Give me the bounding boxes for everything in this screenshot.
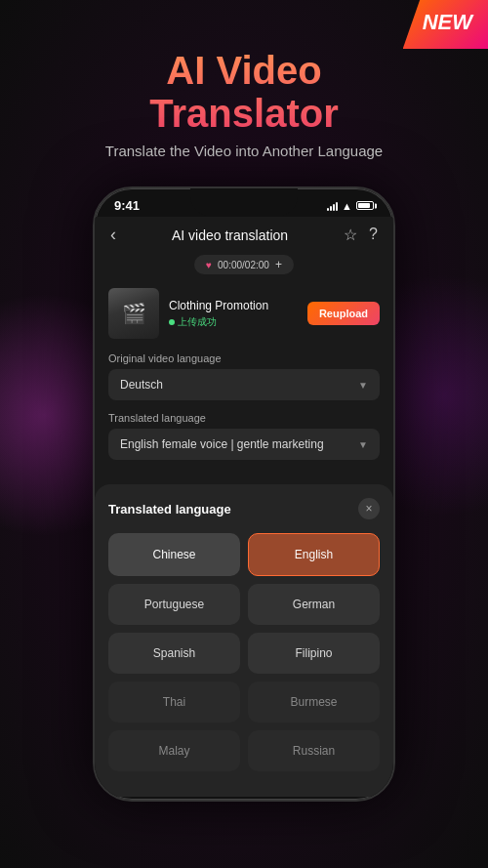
original-lang-select[interactable]: Deutsch ▼ bbox=[108, 369, 380, 400]
phone-mockup: 9:41 ▲ ‹ AI video translation bbox=[93, 186, 395, 802]
status-time: 9:41 bbox=[114, 198, 140, 213]
original-lang-value: Deutsch bbox=[120, 378, 163, 392]
progress-text: 00:00/02:00 bbox=[218, 260, 269, 270]
heart-icon: ♥ bbox=[206, 260, 212, 270]
language-grid: Chinese English Portuguese German Spanis… bbox=[108, 533, 380, 771]
translated-lang-value: English female voice | gentle marketing bbox=[120, 437, 324, 451]
help-icon[interactable]: ? bbox=[369, 226, 378, 244]
video-info: Clothing Promotion 上传成功 bbox=[169, 299, 298, 329]
wifi-icon: ▲ bbox=[342, 200, 352, 212]
lang-button-filipino[interactable]: Filipino bbox=[248, 633, 380, 674]
signal-icon bbox=[327, 201, 338, 211]
app-title: AI Video Translator bbox=[0, 49, 488, 135]
bookmark-icon[interactable]: ☆ bbox=[344, 226, 357, 244]
translated-lang-select[interactable]: English female voice | gentle marketing … bbox=[108, 429, 380, 460]
lang-button-portuguese[interactable]: Portuguese bbox=[108, 584, 240, 625]
modal-title: Translated language bbox=[108, 502, 231, 517]
back-button[interactable]: ‹ bbox=[110, 225, 116, 245]
phone-wrapper: 9:41 ▲ ‹ AI video translation bbox=[0, 186, 488, 802]
modal-close-button[interactable]: × bbox=[358, 498, 380, 519]
status-dot bbox=[169, 319, 175, 325]
lang-button-russian[interactable]: Russian bbox=[248, 730, 380, 771]
original-lang-label: Original video language bbox=[108, 352, 380, 364]
chevron-down-icon: ▼ bbox=[358, 380, 368, 391]
lang-button-burmese[interactable]: Burmese bbox=[248, 682, 380, 723]
progress-area: ♥ 00:00/02:00 + bbox=[95, 253, 393, 280]
translated-lang-section: Translated language English female voice… bbox=[95, 406, 393, 466]
plus-icon[interactable]: + bbox=[275, 258, 282, 271]
progress-pill: ♥ 00:00/02:00 + bbox=[194, 255, 294, 274]
translated-lang-label: Translated language bbox=[108, 412, 380, 424]
video-item: 🎬 Clothing Promotion 上传成功 Reupload bbox=[95, 280, 393, 347]
language-modal: Translated language × Chinese English Po… bbox=[95, 484, 393, 797]
lang-button-malay[interactable]: Malay bbox=[108, 730, 240, 771]
app-subtitle: Translate the Video into Another Languag… bbox=[0, 143, 488, 159]
lang-button-chinese[interactable]: Chinese bbox=[108, 533, 240, 576]
video-thumbnail: 🎬 bbox=[108, 288, 159, 339]
lang-button-spanish[interactable]: Spanish bbox=[108, 633, 240, 674]
chevron-down-icon-2: ▼ bbox=[358, 439, 368, 450]
phone-screen: ‹ AI video translation ☆ ? ♥ 00:00/02:00… bbox=[95, 217, 393, 797]
lang-button-german[interactable]: German bbox=[248, 584, 380, 625]
reupload-button[interactable]: Reupload bbox=[307, 302, 380, 325]
battery-icon bbox=[356, 201, 374, 210]
original-lang-section: Original video language Deutsch ▼ bbox=[95, 347, 393, 406]
video-status: 上传成功 bbox=[169, 315, 298, 329]
nav-icons: ☆ ? bbox=[344, 226, 378, 244]
lang-button-english[interactable]: English bbox=[248, 533, 380, 576]
lang-button-thai[interactable]: Thai bbox=[108, 682, 240, 723]
modal-header: Translated language × bbox=[108, 498, 380, 519]
screen-title: AI video translation bbox=[172, 227, 288, 243]
phone-notch bbox=[190, 188, 298, 216]
video-name: Clothing Promotion bbox=[169, 299, 298, 312]
thumb-placeholder: 🎬 bbox=[108, 288, 159, 339]
status-icons: ▲ bbox=[327, 200, 374, 212]
nav-bar: ‹ AI video translation ☆ ? bbox=[95, 217, 393, 253]
